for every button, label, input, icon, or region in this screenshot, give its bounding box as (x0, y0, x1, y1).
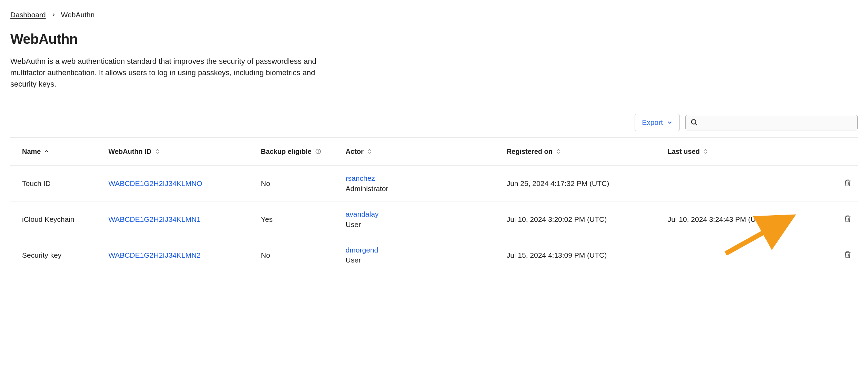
breadcrumb-root-link[interactable]: Dashboard (10, 10, 46, 20)
cell-last-used: Jul 10, 2024 3:24:43 PM (UTC) (663, 201, 824, 237)
export-button-label: Export (642, 118, 663, 127)
cell-backup-eligible: No (256, 166, 341, 201)
col-header-lastused-label: Last used (668, 147, 700, 156)
cell-registered-on: Jun 25, 2024 4:17:32 PM (UTC) (502, 166, 663, 201)
export-button[interactable]: Export (635, 114, 680, 131)
cell-registered-on: Jul 15, 2024 4:13:09 PM (UTC) (502, 237, 663, 273)
sort-icon (556, 149, 561, 154)
cell-backup-eligible: No (256, 237, 341, 273)
actor-link[interactable]: dmorgend (346, 245, 497, 255)
col-header-last-used[interactable]: Last used (663, 138, 824, 166)
breadcrumb-current: WebAuthn (61, 10, 95, 20)
info-icon[interactable] (315, 148, 321, 155)
cell-name: iCloud Keychain (10, 201, 103, 237)
sort-asc-icon (44, 149, 49, 154)
trash-icon (844, 251, 851, 258)
actor-role: Administrator (346, 184, 497, 194)
delete-button[interactable] (842, 214, 853, 224)
table-row: iCloud KeychainWABCDE1G2H2IJ34KLMN1Yesav… (10, 201, 858, 237)
search-input[interactable] (702, 119, 852, 127)
col-header-actor[interactable]: Actor (341, 138, 502, 166)
search-box[interactable] (685, 115, 858, 130)
col-header-backup-eligible[interactable]: Backup eligible (256, 138, 341, 166)
chevron-right-icon (51, 13, 55, 17)
col-header-registered-on[interactable]: Registered on (502, 138, 663, 166)
cell-name: Touch ID (10, 166, 103, 201)
svg-point-4 (318, 150, 318, 150)
sort-icon (367, 149, 372, 154)
col-header-registered-label: Registered on (507, 147, 553, 156)
table-header-row: Name WebAuthn ID Backup eligible (10, 138, 858, 166)
svg-point-0 (692, 120, 696, 124)
search-icon (690, 119, 698, 126)
breadcrumb: Dashboard WebAuthn (10, 10, 858, 20)
actor-role: User (346, 255, 497, 265)
delete-button[interactable] (842, 249, 853, 260)
cell-registered-on: Jul 10, 2024 3:20:02 PM (UTC) (502, 201, 663, 237)
col-header-actor-label: Actor (346, 147, 364, 156)
col-header-webauthn-id[interactable]: WebAuthn ID (103, 138, 256, 166)
page-description: WebAuthn is a web authentication standar… (10, 56, 334, 90)
col-header-name-label: Name (22, 147, 41, 156)
cell-name: Security key (10, 237, 103, 273)
sort-icon (155, 149, 160, 154)
webauthn-id-link[interactable]: WABCDE1G2H2IJ34KLMNO (108, 179, 202, 187)
actor-link[interactable]: rsanchez (346, 173, 497, 183)
col-header-actions (824, 138, 858, 166)
table-row: Touch IDWABCDE1G2H2IJ34KLMNONorsanchezAd… (10, 166, 858, 201)
chevron-down-icon (667, 120, 673, 125)
actor-role: User (346, 219, 497, 229)
delete-button[interactable] (842, 178, 853, 188)
col-header-name[interactable]: Name (10, 138, 103, 166)
webauthn-id-link[interactable]: WABCDE1G2H2IJ34KLMN2 (108, 251, 201, 259)
sort-icon (703, 149, 708, 154)
col-header-webauthn-id-label: WebAuthn ID (108, 147, 151, 156)
page-title: WebAuthn (10, 29, 858, 49)
cell-last-used (663, 237, 824, 273)
col-header-backup-label: Backup eligible (261, 147, 312, 156)
webauthn-id-link[interactable]: WABCDE1G2H2IJ34KLMN1 (108, 215, 201, 223)
svg-line-1 (695, 123, 697, 126)
trash-icon (844, 215, 851, 222)
actor-link[interactable]: avandalay (346, 209, 497, 219)
cell-backup-eligible: Yes (256, 201, 341, 237)
webauthn-table: Name WebAuthn ID Backup eligible (10, 137, 858, 273)
trash-icon (844, 179, 851, 187)
table-toolbar: Export (10, 114, 858, 131)
cell-last-used (663, 166, 824, 201)
table-row: Security keyWABCDE1G2H2IJ34KLMN2Nodmorge… (10, 237, 858, 273)
